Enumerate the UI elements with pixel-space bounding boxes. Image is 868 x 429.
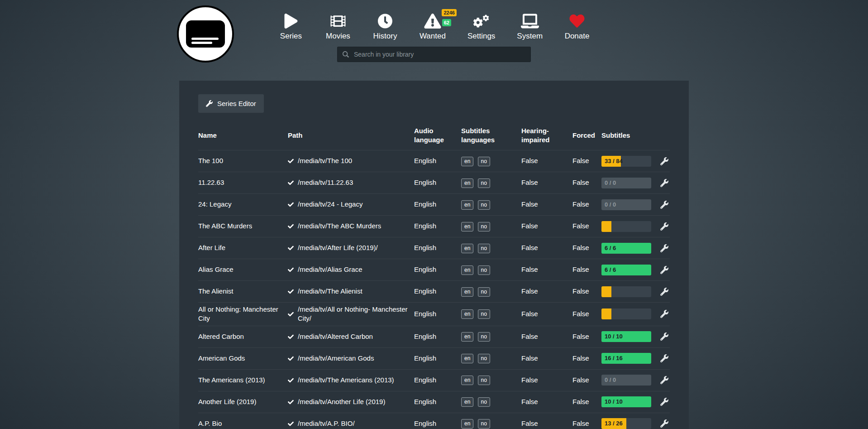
hearing-impaired-value: False [521, 156, 572, 165]
language-badge: en [461, 354, 473, 363]
audio-language: English [414, 222, 461, 231]
content-panel: Series Editor Name Path Audio language S… [179, 81, 689, 429]
series-name-link[interactable]: Another Life (2019) [198, 397, 288, 406]
series-path-cell: /media/tv/Alias Grace [288, 265, 414, 274]
series-path: /media/tv/The 100 [298, 156, 352, 165]
audio-language: English [414, 354, 461, 363]
language-badge: en [461, 178, 473, 188]
series-name-link[interactable]: A.P. Bio [198, 419, 288, 428]
series-name-link[interactable]: The ABC Murders [198, 222, 288, 231]
language-badge: no [478, 244, 490, 253]
series-edit-button[interactable] [660, 354, 675, 362]
series-name-link[interactable]: Altered Carbon [198, 332, 288, 341]
nav-label-settings: Settings [467, 32, 495, 41]
col-header-name: Name [198, 131, 288, 140]
table-row: All or Nothing: Manchester City /media/t… [198, 302, 670, 326]
series-name-link[interactable]: The Alienist [198, 287, 288, 296]
logo-screen-shape [186, 20, 225, 48]
wrench-icon [660, 201, 668, 209]
forced-value: False [572, 419, 601, 428]
series-editor-button[interactable]: Series Editor [198, 94, 264, 113]
audio-language: English [414, 419, 461, 428]
subtitles-cell: 16 / 16 [601, 353, 660, 364]
wrench-icon [206, 100, 213, 107]
language-badge: no [478, 354, 490, 363]
series-edit-button[interactable] [660, 157, 675, 165]
series-edit-button[interactable] [660, 310, 675, 318]
subtitles-languages-cell: en no [461, 200, 521, 210]
subtitles-languages-cell: en no [461, 178, 521, 188]
subtitles-cell: 0 / 0 [601, 199, 660, 210]
series-name-link[interactable]: American Gods [198, 354, 288, 363]
audio-language: English [414, 156, 461, 165]
series-path: /media/tv/Altered Carbon [298, 332, 373, 341]
nav-item-history[interactable]: History [372, 14, 398, 41]
series-edit-button[interactable] [660, 244, 675, 252]
bazarr-logo[interactable] [177, 5, 234, 63]
wrench-icon [660, 354, 668, 362]
series-edit-button[interactable] [660, 222, 675, 231]
subtitles-progress: 6 / 6 [601, 265, 651, 275]
nav-label-donate: Donate [565, 32, 590, 41]
series-edit-button[interactable] [660, 419, 675, 428]
nav-item-donate[interactable]: Donate [564, 14, 590, 41]
main-nav: Series Movies History 2246 62 Wanted [278, 14, 590, 41]
subtitles-languages-cell: en no [461, 419, 521, 429]
series-name-link[interactable]: 24: Legacy [198, 200, 288, 209]
search-input[interactable] [353, 50, 525, 58]
series-name-link[interactable]: The Americans (2013) [198, 376, 288, 385]
series-name-link[interactable]: The 100 [198, 156, 288, 165]
series-edit-button[interactable] [660, 266, 675, 274]
language-badge: no [478, 178, 490, 188]
series-edit-button[interactable] [660, 398, 675, 406]
series-path: /media/tv/American Gods [298, 354, 374, 363]
audio-language: English [414, 287, 461, 296]
table-row: 11.22.63 /media/tv/11.22.63 English en n… [198, 172, 670, 193]
nav-item-wanted[interactable]: 2246 62 Wanted [420, 14, 446, 41]
wrench-icon [660, 398, 668, 406]
subtitles-cell: 33 / 84 [601, 156, 660, 167]
hearing-impaired-value: False [521, 243, 572, 252]
subtitles-cell: 6 / 6 [601, 265, 660, 275]
subtitles-progress [601, 221, 651, 232]
language-badge: no [478, 222, 490, 231]
series-edit-button[interactable] [660, 179, 675, 187]
audio-language: English [414, 397, 461, 406]
series-name-link[interactable]: Alias Grace [198, 265, 288, 274]
search-bar [337, 47, 531, 62]
check-icon [288, 311, 294, 317]
series-path-cell: /media/tv/The 100 [288, 156, 414, 165]
check-icon [288, 334, 294, 340]
series-edit-button[interactable] [660, 201, 675, 209]
forced-value: False [572, 332, 601, 341]
nav-item-system[interactable]: System [517, 14, 543, 41]
series-edit-button[interactable] [660, 288, 675, 296]
series-edit-button[interactable] [660, 376, 675, 384]
audio-language: English [414, 265, 461, 274]
hearing-impaired-value: False [521, 419, 572, 428]
series-edit-button[interactable] [660, 333, 675, 341]
subtitles-languages-cell: en no [461, 397, 521, 407]
nav-item-settings[interactable]: Settings [467, 14, 495, 41]
series-editor-label: Series Editor [217, 100, 256, 107]
series-name-link[interactable]: After Life [198, 243, 288, 252]
subtitles-progress-text: 6 / 6 [605, 244, 616, 252]
hearing-impaired-value: False [521, 354, 572, 363]
nav-item-movies[interactable]: Movies [325, 14, 351, 41]
laptop-icon [521, 14, 539, 29]
wrench-icon [660, 179, 668, 187]
wrench-icon [660, 333, 668, 341]
audio-language: English [414, 178, 461, 187]
check-icon [288, 245, 294, 251]
series-path: /media/tv/A.P. BIO/ [298, 419, 355, 428]
forced-value: False [572, 287, 601, 296]
series-name-link[interactable]: 11.22.63 [198, 178, 288, 187]
logo-subtitle-line [191, 42, 212, 44]
nav-item-series[interactable]: Series [278, 14, 304, 41]
series-name-link[interactable]: All or Nothing: Manchester City [198, 305, 288, 323]
table-row: Alias Grace /media/tv/Alias Grace Englis… [198, 259, 670, 280]
subtitles-progress: 33 / 84 [601, 156, 651, 167]
hearing-impaired-value: False [521, 265, 572, 274]
check-icon [288, 223, 294, 229]
language-badge: en [461, 397, 473, 407]
